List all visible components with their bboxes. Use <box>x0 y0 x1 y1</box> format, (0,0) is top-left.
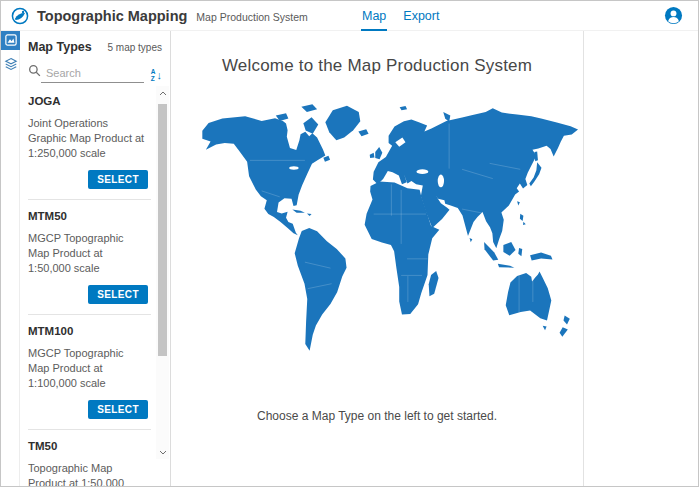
map-type-item: JOGA Joint Operations Graphic Map Produc… <box>28 85 151 200</box>
sort-arrow-icon: ↓ <box>157 70 163 81</box>
map-type-list: JOGA Joint Operations Graphic Map Produc… <box>20 85 153 486</box>
detail-panel-placeholder <box>584 31 698 486</box>
instruction-text: Choose a Map Type on the left to get sta… <box>171 409 583 423</box>
map-product-icon <box>5 32 17 50</box>
app-header: Topographic Mapping Map Production Syste… <box>1 1 698 31</box>
map-type-name: MTM50 <box>28 210 151 222</box>
side-toolbar <box>1 31 20 486</box>
panel-title: Map Types <box>28 40 92 54</box>
page-title: Welcome to the Map Production System <box>171 56 583 76</box>
scroll-down-icon[interactable] <box>156 446 169 458</box>
welcome-panel: Welcome to the Map Production System <box>171 31 584 486</box>
tool-layers-button[interactable] <box>1 56 20 75</box>
search-input[interactable] <box>41 65 144 83</box>
world-map <box>187 103 580 355</box>
scroll-up-icon[interactable] <box>156 87 169 99</box>
map-type-name: MTM100 <box>28 325 151 337</box>
map-type-count: 5 map types <box>108 40 162 53</box>
map-type-name: TM50 <box>28 440 151 452</box>
map-type-item: TM50 Topographic Map Product at 1:50,000… <box>28 430 151 486</box>
panel-header: Map Types 5 map types <box>20 31 170 54</box>
sort-az-button[interactable]: A Z ↓ <box>151 69 162 83</box>
select-button[interactable]: SELECT <box>88 400 148 419</box>
tab-map[interactable]: Map <box>361 1 387 31</box>
layers-icon <box>4 57 18 75</box>
map-type-item: MTM100 MGCP Topographic Map Product at 1… <box>28 315 151 430</box>
search-icon <box>28 63 41 83</box>
sidebar-scrollbar[interactable] <box>156 86 169 459</box>
map-type-description: MGCP Topographic Map Product at 1:50,000… <box>28 231 147 276</box>
map-types-panel: Map Types 5 map types A Z ↓ JOGA J <box>20 31 171 486</box>
account-icon[interactable] <box>664 6 683 25</box>
app-subtitle: Map Production System <box>196 8 307 23</box>
map-type-description: Topographic Map Product at 1:50,000 scal… <box>28 461 147 486</box>
app-title: Topographic Mapping <box>37 8 187 24</box>
tab-export[interactable]: Export <box>402 1 440 31</box>
map-type-description: MGCP Topographic Map Product at 1:100,00… <box>28 346 147 391</box>
map-type-item: MTM50 MGCP Topographic Map Product at 1:… <box>28 200 151 315</box>
scrollbar-thumb[interactable] <box>158 104 167 356</box>
map-type-description: Joint Operations Graphic Map Product at … <box>28 116 147 161</box>
app-window: Topographic Mapping Map Production Syste… <box>0 0 699 487</box>
map-type-name: JOGA <box>28 95 151 107</box>
select-button[interactable]: SELECT <box>88 170 148 189</box>
sort-letter-z: Z <box>151 76 156 83</box>
sort-az-letters: A Z <box>151 69 156 82</box>
main-tabs: Map Export <box>361 1 440 31</box>
select-button[interactable]: SELECT <box>88 285 148 304</box>
tool-map-types-button[interactable] <box>1 31 20 50</box>
search-row: A Z ↓ <box>28 63 162 83</box>
globe-logo-icon <box>11 7 29 25</box>
